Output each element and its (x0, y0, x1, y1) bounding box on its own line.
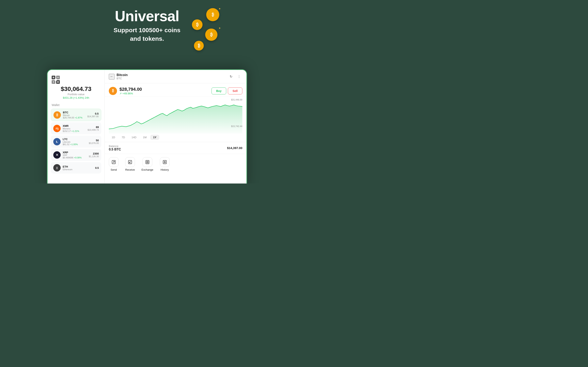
header-actions: ↻ ⋮ (228, 73, 242, 80)
send-action[interactable]: Send (109, 157, 119, 171)
receive-label: Receive (125, 168, 135, 171)
btc-info: BTC Bitcoin $28,794.00 +1.87% (63, 111, 87, 119)
xmr-symbol: XMR (63, 124, 87, 127)
eth-symbol: ETH (63, 165, 95, 168)
xrp-icon: ✕ (53, 151, 61, 159)
chart-low-label: $15,742.44 (231, 125, 242, 127)
chart-high-label: $31,446.00 (231, 99, 242, 101)
send-label: Send (111, 168, 117, 171)
ltc-balance: 50 $3,076.00 (89, 139, 99, 144)
hero-section: Universal Support 100500+ coins and toke… (113, 8, 181, 43)
coin-item-eth[interactable]: Ξ ETH Ethereum 0.5 (51, 162, 101, 174)
app-window: $30,064.73 Portfolio value $431.28 (+1.4… (47, 69, 247, 184)
xrp-price: $0.489696 +0.08% (63, 156, 89, 159)
eth-name: Ethereum (63, 168, 95, 171)
sidebar: $30,064.73 Portfolio value $431.28 (+1.4… (48, 70, 105, 184)
send-icon (109, 157, 119, 167)
btc-icon: ₿ (53, 111, 61, 119)
coin-decoration-1 (206, 8, 219, 21)
sparkle-1: ✦ (218, 7, 221, 10)
period-14d[interactable]: 14D (129, 135, 139, 140)
btc-symbol: BTC (63, 111, 87, 114)
svg-point-6 (57, 77, 59, 78)
coin-item-xrp[interactable]: ✕ XRP XRP $0.489696 +0.08% 2300 $1,126.3… (51, 149, 101, 161)
exchange-label: Exchange (141, 168, 153, 171)
more-button[interactable]: ⋮ (236, 73, 242, 80)
history-icon (160, 157, 170, 167)
exchange-action[interactable]: Exchange (141, 157, 153, 171)
sell-button[interactable]: Sell (228, 87, 242, 94)
price-section: ₿ $28,794.00 ↗ +49.96% Buy Sell (105, 83, 246, 97)
panel-header: ← Bitcoin BTC ↻ ⋮ (105, 70, 246, 83)
btc-detail-icon: ₿ (109, 87, 117, 95)
coin-item-xmr[interactable]: ɱ XMR Monero $152.17 +1.21% 69 $10,499.7… (51, 122, 101, 134)
chart-labels: $31,446.00 $15,742.44 (231, 99, 242, 127)
coin-decoration-2 (192, 19, 203, 30)
chart-svg (109, 97, 242, 133)
btc-price: $28,794.00 +1.87% (63, 117, 87, 119)
current-price: $28,794.00 (120, 87, 212, 92)
buy-button[interactable]: Buy (212, 87, 226, 94)
ltc-price: $61.52 +1.00% (63, 143, 89, 146)
portfolio-label: Portfolio value (51, 93, 101, 96)
svg-point-7 (53, 81, 54, 83)
xmr-price: $152.17 +1.21% (63, 130, 87, 132)
exchange-icon (143, 157, 152, 167)
portfolio-section: $30,064.73 Portfolio value $431.28 (+1.4… (51, 85, 101, 99)
period-1m[interactable]: 1M (140, 135, 149, 140)
coin-item-btc[interactable]: ₿ BTC Bitcoin $28,794.00 +1.87% 0.5 $14,… (51, 109, 101, 121)
btc-balance: 0.5 $14,397.00 (87, 112, 99, 118)
period-7d[interactable]: 7D (119, 135, 128, 140)
header-coin-name: Bitcoin (117, 73, 228, 77)
xmr-balance: 69 $10,499.73 (87, 125, 99, 131)
floating-coins: ✦ ✦ (184, 6, 225, 47)
history-action[interactable]: History (160, 157, 170, 171)
hero-title: Universal (113, 8, 181, 24)
xrp-symbol: XRP (63, 151, 89, 154)
ltc-name: Litecoin (63, 141, 89, 143)
balance-label: Balance (109, 145, 121, 148)
coin-decoration-3 (205, 29, 217, 41)
xrp-balance: 2300 $1,126.30 (89, 152, 99, 158)
xrp-name: XRP (63, 154, 89, 156)
portfolio-change: $431.28 (+1.43%) 24h (51, 96, 101, 99)
refresh-button[interactable]: ↻ (228, 73, 234, 80)
coin-decoration-4 (194, 41, 204, 50)
back-button[interactable]: ← (109, 74, 114, 80)
receive-action[interactable]: Receive (125, 157, 135, 171)
balance-section: Balance 0.5 BTC $14,397.00 (105, 142, 246, 154)
btc-name: Bitcoin (63, 114, 87, 117)
xrp-info: XRP XRP $0.489696 +0.08% (63, 151, 89, 159)
period-1d[interactable]: 1D (109, 135, 118, 140)
xmr-icon: ɱ (53, 125, 61, 132)
wallet-label: Wallet (51, 103, 101, 107)
eth-info: ETH Ethereum (63, 165, 95, 171)
hero-subtitle: Support 100500+ coins and tokens. (113, 26, 181, 43)
history-label: History (161, 168, 169, 171)
svg-point-8 (57, 81, 59, 83)
coin-item-ltc[interactable]: Ł LTC Litecoin $61.52 +1.00% 50 $3,076.0… (51, 136, 101, 148)
xmr-name: Monero (63, 127, 87, 130)
ltc-info: LTC Litecoin $61.52 +1.00% (63, 138, 89, 146)
header-coin-info: Bitcoin BTC (117, 73, 228, 80)
price-chart: $31,446.00 $15,742.44 (105, 97, 246, 133)
trade-buttons: Buy Sell (212, 87, 242, 94)
period-1y[interactable]: 1Y (150, 135, 159, 140)
balance-amount: 0.5 BTC (109, 148, 121, 151)
receive-icon (125, 157, 135, 167)
ltc-symbol: LTC (63, 138, 89, 141)
app-logo (51, 75, 101, 85)
svg-point-5 (53, 77, 54, 78)
action-buttons: Send Receive Exchange (105, 154, 246, 175)
svg-rect-11 (146, 160, 149, 164)
eth-icon: Ξ (53, 164, 61, 171)
header-coin-ticker: BTC (117, 77, 228, 80)
ltc-icon: Ł (53, 138, 61, 145)
xmr-info: XMR Monero $152.17 +1.21% (63, 124, 87, 132)
price-info: $28,794.00 ↗ +49.96% (120, 87, 212, 95)
time-periods: 1D 7D 14D 1M 1Y (105, 133, 246, 142)
portfolio-amount: $30,064.73 (51, 85, 101, 92)
sparkle-2: ✦ (218, 26, 221, 30)
main-panel: ← Bitcoin BTC ↻ ⋮ ₿ $28,794.00 ↗ +49.96%… (105, 70, 246, 184)
eth-balance: 0.5 (95, 166, 99, 169)
